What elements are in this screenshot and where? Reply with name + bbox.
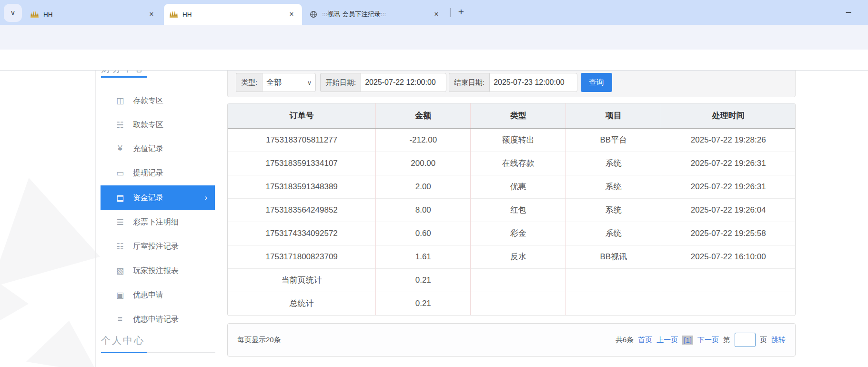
sidebar-item-withdraw-record[interactable]: ▭ 提现记录 (101, 161, 215, 185)
pager: 共6条 首页 上一页 [1] 下一页 第 页 跳转 (616, 333, 786, 347)
table-row-total-stats: 总统计 0.21 (228, 292, 795, 315)
sidebar-item-withdraw[interactable]: ☵ 取款专区 (101, 113, 215, 137)
main-content: 类型: 全部 ∨ 开始日期: 结束日期: 查询 (227, 71, 796, 367)
end-date-input[interactable] (494, 78, 573, 87)
section-underline (101, 352, 215, 353)
col-order-id: 订单号 (228, 103, 376, 128)
tab-2-active[interactable]: HH × (164, 4, 302, 25)
prev-page-link[interactable]: 上一页 (656, 336, 678, 345)
next-page-link[interactable]: 下一页 (697, 336, 719, 345)
sidebar-item-deposit[interactable]: ◫ 存款专区 (101, 89, 215, 112)
gold-logo-favicon (30, 11, 39, 18)
coupon-icon: ▣ (114, 290, 126, 300)
sidebar-item-lottery-bets[interactable]: ☰ 彩票下注明细 (101, 210, 215, 234)
globe-icon (310, 10, 317, 18)
pagination-panel: 每页显示20条 共6条 首页 上一页 [1] 下一页 第 页 跳转 (227, 323, 796, 357)
filter-panel: 类型: 全部 ∨ 开始日期: 结束日期: 查询 (227, 71, 796, 97)
background-watermark (0, 178, 100, 287)
start-date-group: 开始日期: (320, 73, 446, 92)
deposit-icon: ◫ (114, 96, 126, 106)
sidebar-item-player-report[interactable]: ▧ 玩家投注报表 (101, 259, 215, 283)
start-date-label: 开始日期: (320, 73, 361, 92)
wallet-icon: ▭ (114, 168, 126, 178)
close-icon[interactable]: × (431, 10, 442, 19)
sidebar-item-promo-apply[interactable]: ▣ 优惠申请 (101, 283, 215, 307)
tab-3[interactable]: :::视讯 会员下注纪录::: × (304, 4, 447, 25)
end-date-group: 结束日期: (449, 73, 577, 92)
bookmarks-bar: 百度一下 (0, 50, 868, 71)
sidebar-item-room-bets[interactable]: ☷ 厅室投注记录 (101, 234, 215, 258)
tab-title: HH (182, 11, 286, 18)
table-row: 1753183705811277 -212.00 额度转出 BB平台 2025-… (228, 128, 795, 152)
table-header-row: 订单号 金额 类型 项目 处理时间 (228, 103, 795, 128)
cash-icon: ▤ (114, 193, 126, 203)
grid-list-icon: ☷ (114, 242, 126, 252)
start-date-input[interactable] (365, 78, 442, 87)
type-select[interactable]: 全部 ∨ (262, 73, 316, 92)
current-page[interactable]: [1] (682, 336, 693, 345)
type-filter-group: 类型: 全部 ∨ (236, 73, 316, 92)
table-row: 1753171800823709 1.61 反水 BB视讯 2025-07-22… (228, 245, 795, 268)
tab-divider (450, 8, 451, 17)
type-label: 类型: (236, 73, 262, 92)
query-button[interactable]: 查询 (581, 73, 612, 92)
sidebar-item-promo-record[interactable]: ≡ 优惠申请记录 (101, 307, 215, 331)
table-row: 1753183591334107 200.00 在线存款 系统 2025-07-… (228, 152, 795, 175)
first-page-link[interactable]: 首页 (638, 336, 652, 345)
end-date-label: 结束日期: (449, 73, 489, 92)
funds-record-table: 订单号 金额 类型 项目 处理时间 1753183705811277 -212.… (227, 103, 796, 316)
tab-search-button[interactable]: ∨ (4, 4, 22, 22)
jump-label-after: 页 (760, 336, 767, 345)
section-underline (101, 77, 215, 77)
tab-strip: ∨ HH × HH × :::视讯 会员下注纪录::: × + ─ (0, 0, 868, 25)
jump-label-before: 第 (723, 336, 730, 345)
chevron-down-icon: ∨ (307, 79, 312, 86)
sidebar-section-personal: 个人中心 (101, 334, 145, 347)
tab-1[interactable]: HH × (25, 4, 162, 25)
chevron-right-icon: › (205, 194, 207, 202)
table-row-page-stats: 当前页统计 0.21 (228, 268, 795, 292)
page-size-text: 每页显示20条 (237, 336, 281, 345)
close-icon[interactable]: × (286, 10, 297, 19)
col-type: 类型 (471, 103, 566, 128)
close-icon[interactable]: × (146, 10, 157, 19)
moneybag-icon: ¥ (114, 144, 126, 153)
sidebar-item-recharge-record[interactable]: ¥ 充值记录 (101, 137, 215, 161)
browser-toolbar: ← → ↻ ⌂ mgm1065.com/hhcp/usercenter.html… (0, 25, 868, 50)
sidebar: 财务中心 ◫ 存款专区 ☵ 取款专区 ¥ 充值记录 ▭ 提现记录 ▤ 资金记录 … (95, 71, 215, 367)
background-watermark (26, 321, 98, 367)
total-count: 共6条 (616, 336, 634, 345)
page-content: 财务中心 ◫ 存款专区 ☵ 取款专区 ¥ 充值记录 ▭ 提现记录 ▤ 资金记录 … (0, 71, 868, 367)
sidebar-item-funds-record[interactable]: ▤ 资金记录 › (101, 185, 215, 210)
table-row: 1753174334092572 0.60 彩金 系统 2025-07-22 1… (228, 222, 795, 245)
sidebar-section-finance: 财务中心 (101, 71, 145, 75)
table-row: 1753183564249852 8.00 红包 系统 2025-07-22 1… (228, 198, 795, 222)
chart-icon: ▧ (114, 266, 126, 276)
withdraw-icon: ☵ (114, 120, 126, 130)
jump-link[interactable]: 跳转 (771, 336, 786, 345)
col-project: 项目 (566, 103, 661, 128)
background-watermark (0, 280, 29, 323)
table-row: 1753183591348389 2.00 优惠 系统 2025-07-22 1… (228, 175, 795, 198)
list-icon: ≡ (114, 315, 126, 324)
page-number-input[interactable] (735, 333, 756, 347)
tab-title: HH (43, 11, 146, 18)
tab-title: :::视讯 会员下注纪录::: (322, 10, 431, 19)
col-process-time: 处理时间 (661, 103, 795, 128)
col-amount: 金额 (376, 103, 471, 128)
list-icon: ☰ (114, 217, 126, 227)
gold-logo-favicon (170, 11, 178, 18)
minimize-button[interactable]: ─ (838, 4, 859, 21)
new-tab-button[interactable]: + (454, 5, 469, 20)
